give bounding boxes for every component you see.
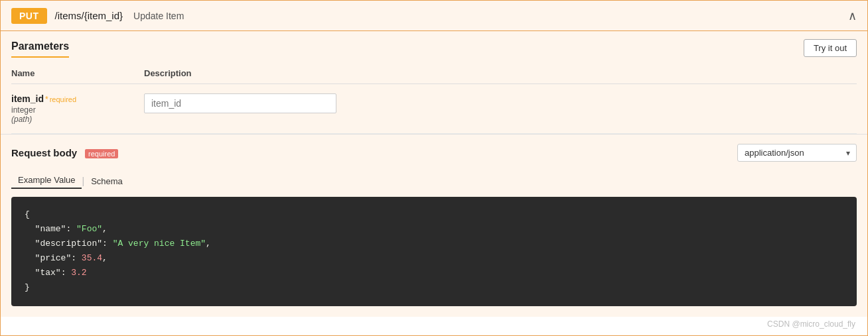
content-type-wrapper[interactable]: application/json [737,144,857,162]
param-type: integer [11,105,144,115]
request-body-title-row: Request body required application/json [11,135,857,168]
try-it-out-button[interactable]: Try it out [804,39,857,57]
json-key-price: "price" [35,253,72,263]
json-close-brace: } [25,282,30,292]
param-row-item-id: item_id*required integer (path) [11,84,857,134]
parameters-title: Parameters [11,40,69,56]
endpoint-summary: Update Item [133,11,184,21]
json-value-tax: 3.2 [71,268,86,278]
param-required-star: * [45,95,48,104]
footer-watermark: CSDN @micro_cloud_fly [767,319,855,329]
request-body-required-badge: required [85,149,118,158]
parameters-header-row: Name Description [11,68,857,84]
request-body-title: Request body [11,147,77,158]
json-key-tax: "tax" [35,268,61,278]
code-block: { "name": "Foo", "description": "A very … [11,197,857,306]
col-name-header: Name [11,68,144,78]
param-name: item_id [11,93,44,104]
json-value-price: 35.4 [82,253,102,263]
request-body-left: Request body required [11,147,118,158]
json-key-description: "description" [35,239,102,249]
code-block-wrap: { "name": "Foo", "description": "A very … [1,189,867,317]
col-desc-header: Description [144,68,857,78]
request-body-section: Request body required application/json [1,134,867,168]
param-item-id-input[interactable] [144,93,336,113]
collapse-icon[interactable]: ∧ [848,9,857,23]
example-tabs: Example Value | Schema [1,168,867,189]
endpoint-path: /items/{item_id} [55,10,123,21]
content-type-select[interactable]: application/json [737,144,857,162]
tab-example-value[interactable]: Example Value [11,172,82,189]
parameters-title-row: Parameters [11,31,69,58]
tab-schema[interactable]: Schema [84,174,129,189]
api-panel: PUT /items/{item_id} Update Item ∧ Try i… [0,0,868,336]
endpoint-left: PUT /items/{item_id} Update Item [11,8,184,24]
endpoint-header: PUT /items/{item_id} Update Item ∧ [1,1,867,31]
json-key-name: "name" [35,224,66,234]
param-name-col: item_id*required integer (path) [11,93,144,124]
parameters-section: Try it out Parameters Name Description i… [1,31,867,134]
param-desc-col [144,93,857,113]
param-required-label: required [50,95,76,103]
method-badge: PUT [11,8,47,24]
json-value-name: "Foo" [76,224,102,234]
param-location: (path) [11,115,144,124]
json-value-description: "A very nice Item" [113,239,206,249]
json-open-brace: { [25,209,30,219]
